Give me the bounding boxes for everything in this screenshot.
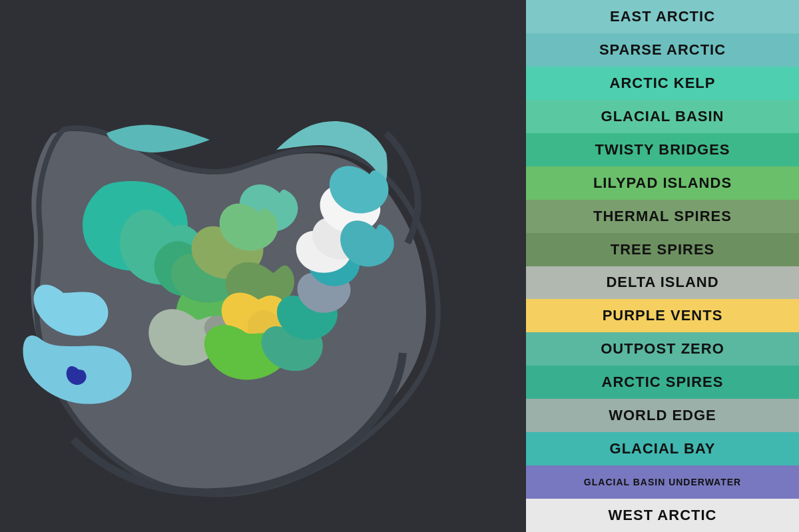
- legend-item-purple-vents: PURPLE VENTS: [526, 299, 799, 332]
- legend-item-glacial-basin: GLACIAL BASIN: [526, 100, 799, 133]
- legend-item-thermal-spires: THERMAL SPIRES: [526, 200, 799, 233]
- map-area: [0, 0, 526, 532]
- legend-item-world-edge: WORLD EDGE: [526, 399, 799, 432]
- legend-label-glacial-basin: GLACIAL BASIN: [601, 108, 724, 125]
- legend-label-world-edge: WORLD EDGE: [609, 407, 716, 424]
- legend-item-twisty-bridges: TWISTY BRIDGES: [526, 133, 799, 166]
- legend-label-lilypad-islands: LILYPAD ISLANDS: [593, 174, 732, 192]
- legend-item-glacial-basin-underwater: GLACIAL BASIN UNDERWATER: [526, 465, 799, 499]
- legend-item-east-arctic: EAST ARCTIC: [526, 0, 799, 33]
- legend-label-sparse-arctic: SPARSE ARCTIC: [599, 41, 726, 59]
- legend-label-arctic-spires: ARCTIC SPIRES: [602, 374, 724, 391]
- legend-label-twisty-bridges: TWISTY BRIDGES: [595, 141, 730, 158]
- legend-item-glacial-bay: GLACIAL BAY: [526, 432, 799, 465]
- legend-label-glacial-basin-underwater: GLACIAL BASIN UNDERWATER: [584, 477, 741, 487]
- legend-label-arctic-kelp: ARCTIC KELP: [610, 75, 716, 92]
- legend-label-purple-vents: PURPLE VENTS: [603, 307, 723, 324]
- legend-label-east-arctic: EAST ARCTIC: [610, 8, 715, 25]
- legend-item-outpost-zero: OUTPOST ZERO: [526, 332, 799, 366]
- legend-item-west-arctic: WEST ARCTIC: [526, 499, 799, 532]
- legend-label-outpost-zero: OUTPOST ZERO: [601, 340, 724, 358]
- legend-item-arctic-spires: ARCTIC SPIRES: [526, 366, 799, 399]
- legend-area: EAST ARCTICSPARSE ARCTICARCTIC KELPGLACI…: [526, 0, 799, 532]
- legend-label-glacial-bay: GLACIAL BAY: [610, 440, 716, 457]
- legend-item-arctic-kelp: ARCTIC KELP: [526, 67, 799, 100]
- legend-label-delta-island: DELTA ISLAND: [606, 274, 718, 291]
- legend-item-delta-island: DELTA ISLAND: [526, 266, 799, 300]
- legend-item-tree-spires: TREE SPIRES: [526, 233, 799, 266]
- legend-label-tree-spires: TREE SPIRES: [611, 241, 714, 258]
- legend-item-lilypad-islands: LILYPAD ISLANDS: [526, 166, 799, 200]
- legend-label-west-arctic: WEST ARCTIC: [609, 507, 717, 524]
- legend-label-thermal-spires: THERMAL SPIRES: [593, 208, 732, 225]
- legend-item-sparse-arctic: SPARSE ARCTIC: [526, 33, 799, 67]
